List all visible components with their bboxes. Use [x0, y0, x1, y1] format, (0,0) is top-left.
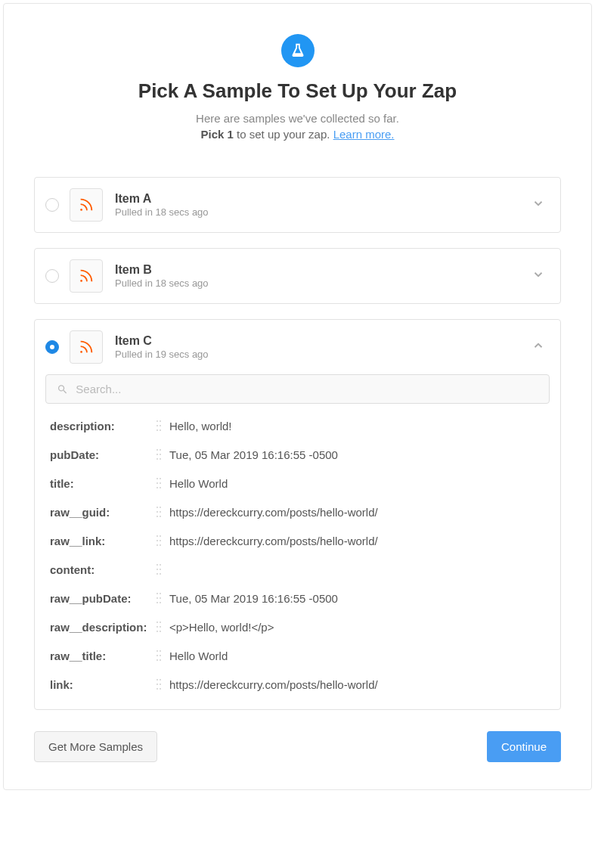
radio-c[interactable]	[45, 340, 59, 354]
field-key: description:	[50, 420, 156, 432]
field-value: <p>Hello, world!</p>	[169, 621, 274, 634]
field-key: title:	[50, 477, 156, 490]
field-row[interactable]: raw__pubDate:Tue, 05 Mar 2019 16:16:55 -…	[45, 584, 550, 612]
field-key: raw__title:	[50, 649, 156, 662]
search-box	[45, 374, 550, 404]
sample-header-c[interactable]: Item C Pulled in 19 secs ago	[35, 320, 560, 374]
field-key: raw__guid:	[50, 506, 156, 519]
search-input[interactable]	[76, 383, 538, 395]
field-value: Hello, world!	[169, 420, 232, 432]
field-value: https://dereckcurry.com/posts/hello-worl…	[169, 506, 378, 519]
drag-handle-icon	[156, 448, 162, 461]
field-value: https://dereckcurry.com/posts/hello-worl…	[169, 535, 378, 547]
header-flask-icon	[281, 34, 315, 67]
fields-list[interactable]: description:Hello, world!pubDate:Tue, 05…	[45, 411, 550, 699]
field-value: Tue, 05 Mar 2019 16:16:55 -0500	[169, 448, 338, 461]
sample-item-b: Item B Pulled in 18 secs ago	[34, 248, 561, 304]
field-key: raw__link:	[50, 535, 156, 547]
field-value: Tue, 05 Mar 2019 16:16:55 -0500	[169, 592, 338, 605]
sample-meta: Pulled in 19 secs ago	[115, 349, 531, 360]
field-key: content:	[50, 563, 156, 576]
field-key: raw__description:	[50, 621, 156, 634]
field-row[interactable]: link:https://dereckcurry.com/posts/hello…	[45, 670, 550, 699]
sample-name: Item B	[115, 263, 531, 277]
sample-item-a: Item A Pulled in 18 secs ago	[34, 177, 561, 233]
field-row[interactable]: content:	[45, 555, 550, 584]
svg-point-2	[80, 351, 82, 353]
drag-handle-icon	[156, 649, 162, 662]
field-row[interactable]: raw__description:<p>Hello, world!</p>	[45, 612, 550, 641]
field-row[interactable]: title:Hello World	[45, 469, 550, 498]
main-card: Pick A Sample To Set Up Your Zap Here ar…	[3, 3, 592, 790]
radio-a[interactable]	[45, 198, 59, 212]
sample-name: Item C	[115, 334, 531, 348]
chevron-down-icon	[531, 197, 545, 213]
radio-b[interactable]	[45, 269, 59, 283]
search-icon	[57, 383, 68, 395]
instruction-text: to set up your zap.	[234, 128, 333, 141]
sample-header-a[interactable]: Item A Pulled in 18 secs ago	[35, 178, 560, 232]
field-row[interactable]: description:Hello, world!	[45, 411, 550, 440]
field-row[interactable]: raw__link:https://dereckcurry.com/posts/…	[45, 526, 550, 555]
drag-handle-icon	[156, 591, 162, 605]
drag-handle-icon	[156, 677, 162, 691]
sample-header-b[interactable]: Item B Pulled in 18 secs ago	[35, 249, 560, 303]
learn-more-link[interactable]: Learn more.	[333, 128, 395, 141]
sample-item-c: Item C Pulled in 19 secs ago description…	[34, 319, 561, 710]
drag-handle-icon	[156, 505, 162, 519]
rss-icon	[70, 188, 103, 222]
sample-meta: Pulled in 18 secs ago	[115, 206, 531, 218]
drag-handle-icon	[156, 419, 162, 432]
chevron-up-icon	[531, 339, 545, 355]
sample-name: Item A	[115, 192, 531, 206]
field-key: pubDate:	[50, 448, 156, 461]
drag-handle-icon	[156, 620, 162, 634]
page-instruction: Pick 1 to set up your zap. Learn more.	[34, 128, 561, 141]
svg-point-0	[80, 209, 82, 211]
footer: Get More Samples Continue	[34, 731, 561, 762]
sample-body: description:Hello, world!pubDate:Tue, 05…	[35, 374, 560, 709]
svg-point-1	[80, 280, 82, 282]
field-key: link:	[50, 678, 156, 691]
instruction-bold: Pick 1	[201, 128, 234, 141]
field-key: raw__pubDate:	[50, 592, 156, 605]
sample-meta: Pulled in 18 secs ago	[115, 277, 531, 289]
sample-info: Item C Pulled in 19 secs ago	[115, 334, 531, 360]
field-row[interactable]: raw__title:Hello World	[45, 641, 550, 670]
sample-info: Item A Pulled in 18 secs ago	[115, 192, 531, 218]
field-value: Hello World	[169, 477, 228, 490]
sample-info: Item B Pulled in 18 secs ago	[115, 263, 531, 289]
rss-icon	[70, 330, 103, 364]
rss-icon	[70, 259, 103, 293]
field-row[interactable]: raw__guid:https://dereckcurry.com/posts/…	[45, 498, 550, 526]
page-title: Pick A Sample To Set Up Your Zap	[34, 79, 561, 103]
drag-handle-icon	[156, 476, 162, 490]
drag-handle-icon	[156, 534, 162, 547]
page-subtitle: Here are samples we've collected so far.	[34, 112, 561, 125]
field-value: https://dereckcurry.com/posts/hello-worl…	[169, 678, 378, 691]
field-row[interactable]: pubDate:Tue, 05 Mar 2019 16:16:55 -0500	[45, 440, 550, 469]
drag-handle-icon	[156, 563, 162, 576]
field-value: Hello World	[169, 649, 228, 662]
continue-button[interactable]: Continue	[487, 731, 561, 762]
get-more-samples-button[interactable]: Get More Samples	[34, 731, 157, 762]
chevron-down-icon	[531, 268, 545, 284]
